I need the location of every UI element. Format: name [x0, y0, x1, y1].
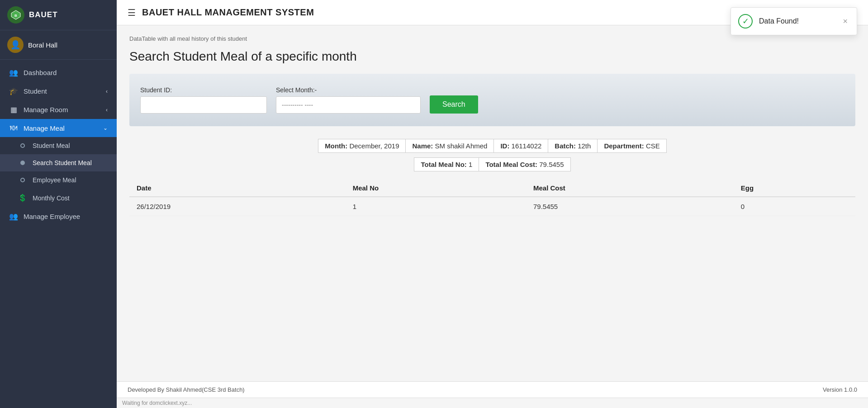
sidebar: B BAUET 👤 Boral Hall 👥 Dashboard 🎓 Stude… — [0, 0, 117, 408]
sidebar-item-label: Dashboard — [24, 69, 57, 76]
toast-close-button[interactable]: × — [843, 17, 848, 25]
student-meal-dot-icon — [18, 143, 27, 148]
manage-room-icon: ▦ — [9, 105, 18, 114]
sidebar-item-manage-employee[interactable]: 👥 Manage Employee — [0, 207, 117, 226]
total-meal-cost-value: 79.5455 — [539, 161, 564, 168]
student-id-label: Student ID: — [140, 86, 267, 94]
logo-icon: B — [7, 6, 24, 24]
result-batch: Batch: 12th — [548, 139, 597, 153]
employee-meal-dot-icon — [18, 178, 27, 182]
sidebar-item-label: Manage Employee — [24, 213, 80, 220]
search-button[interactable]: Search — [430, 95, 478, 114]
sidebar-item-label: Search Student Meal — [33, 159, 92, 166]
statusbar-text: Waiting for domclickext.xyz... — [122, 400, 192, 406]
col-meal-no: Meal No — [346, 180, 526, 197]
month-select-group: Select Month:- — [276, 86, 421, 114]
result-month: Month: December, 2019 — [318, 139, 405, 153]
total-meal-no: Total Meal No: 1 — [414, 157, 479, 171]
user-name: Boral Hall — [28, 41, 57, 49]
total-meal-cost: Total Meal Cost: 79.5455 — [479, 157, 570, 171]
user-section: 👤 Boral Hall — [0, 30, 117, 60]
breadcrumb: DataTable with all meal history of this … — [129, 35, 855, 42]
department-label: Department: — [604, 142, 644, 150]
table-cell-meal_no: 1 — [346, 197, 526, 216]
sidebar-item-manage-room[interactable]: ▦ Manage Room ‹ — [0, 100, 117, 119]
topbar-title: BAUET HALL MANAGEMENT SYSTEM — [142, 7, 314, 18]
page-title: Search Student Meal of a specific month — [129, 49, 855, 64]
footer: Developed By Shakil Ahmed(CSE 3rd Batch)… — [117, 381, 868, 398]
manage-meal-icon: 🍽 — [9, 124, 18, 132]
id-label: ID: — [500, 142, 509, 150]
table-cell-meal_cost: 79.5455 — [526, 197, 734, 216]
toast-notification: ✓ Data Found! × — [730, 7, 857, 35]
total-meal-cost-label: Total Meal Cost: — [485, 161, 537, 168]
footer-left: Developed By Shakil Ahmed(CSE 3rd Batch) — [128, 386, 245, 393]
col-meal-cost: Meal Cost — [526, 180, 734, 197]
form-row: Student ID: Select Month:- Search — [140, 86, 844, 114]
table-cell-date: 26/12/2019 — [129, 197, 346, 216]
hamburger-icon[interactable]: ☰ — [128, 7, 136, 18]
sidebar-logo: B BAUET — [0, 0, 117, 30]
student-id-group: Student ID: — [140, 86, 267, 114]
result-id: ID: 16114022 — [493, 139, 548, 153]
sidebar-item-label: Student Meal — [33, 142, 70, 149]
avatar: 👤 — [7, 37, 24, 53]
department-value: CSE — [646, 142, 660, 150]
chevron-down-icon: ⌄ — [103, 125, 108, 131]
footer-right: Version 1.0.0 — [823, 386, 857, 393]
table-row: 26/12/2019179.54550 — [129, 197, 855, 216]
sidebar-item-student-meal[interactable]: Student Meal — [0, 137, 117, 154]
name-value: SM shakil Ahmed — [435, 142, 488, 150]
student-icon: 🎓 — [9, 87, 18, 95]
batch-value: 12th — [578, 142, 591, 150]
chevron-icon: ‹ — [106, 88, 108, 95]
sidebar-item-dashboard[interactable]: 👥 Dashboard — [0, 63, 117, 82]
nav-menu: 👥 Dashboard 🎓 Student ‹ ▦ Manage Room ‹ … — [0, 60, 117, 408]
result-info-bar: Month: December, 2019 Name: SM shakil Ah… — [129, 139, 855, 153]
table-header: Date Meal No Meal Cost Egg — [129, 180, 855, 197]
dashboard-icon: 👥 — [9, 68, 18, 77]
total-meal-no-value: 1 — [469, 161, 472, 168]
id-value: 16114022 — [512, 142, 542, 150]
batch-label: Batch: — [555, 142, 576, 150]
month-label: Month: — [325, 142, 347, 150]
chevron-icon: ‹ — [106, 107, 108, 113]
search-meal-dot-icon — [18, 161, 27, 165]
result-name: Name: SM shakil Ahmed — [405, 139, 493, 153]
svg-text:B: B — [14, 14, 17, 18]
statusbar: Waiting for domclickext.xyz... — [117, 398, 868, 408]
toast-success-icon: ✓ — [738, 14, 753, 28]
col-date: Date — [129, 180, 346, 197]
name-label: Name: — [412, 142, 433, 150]
logo-text: BAUET — [29, 10, 58, 19]
manage-employee-icon: 👥 — [9, 212, 18, 221]
result-totals-bar: Total Meal No: 1 Total Meal Cost: 79.545… — [129, 157, 855, 171]
toast-message: Data Found! — [759, 17, 836, 25]
sidebar-item-label: Student — [24, 87, 47, 95]
col-egg: Egg — [734, 180, 855, 197]
content-area: DataTable with all meal history of this … — [117, 25, 868, 381]
monthly-cost-icon: 💲 — [18, 194, 27, 202]
sidebar-item-label: Employee Meal — [33, 176, 76, 184]
sidebar-item-label: Manage Meal — [24, 124, 65, 132]
table-body: 26/12/2019179.54550 — [129, 197, 855, 216]
sidebar-item-employee-meal[interactable]: Employee Meal — [0, 171, 117, 189]
sidebar-item-student[interactable]: 🎓 Student ‹ — [0, 82, 117, 100]
table-cell-egg: 0 — [734, 197, 855, 216]
search-form-card: Student ID: Select Month:- Search — [129, 74, 855, 126]
month-value: December, 2019 — [349, 142, 399, 150]
sidebar-item-label: Monthly Cost — [33, 195, 70, 202]
meal-table: Date Meal No Meal Cost Egg 26/12/2019179… — [129, 180, 855, 216]
sidebar-item-label: Manage Room — [24, 106, 68, 114]
student-id-input[interactable] — [140, 96, 267, 114]
total-meal-no-label: Total Meal No: — [421, 161, 466, 168]
month-label: Select Month:- — [276, 86, 421, 94]
sidebar-item-search-student-meal[interactable]: Search Student Meal — [0, 154, 117, 171]
sidebar-item-monthly-cost[interactable]: 💲 Monthly Cost — [0, 189, 117, 207]
month-input[interactable] — [276, 96, 421, 114]
result-department: Department: CSE — [597, 139, 666, 153]
sidebar-item-manage-meal[interactable]: 🍽 Manage Meal ⌄ — [0, 119, 117, 137]
main-area: ☰ BAUET HALL MANAGEMENT SYSTEM DataTable… — [117, 0, 868, 408]
